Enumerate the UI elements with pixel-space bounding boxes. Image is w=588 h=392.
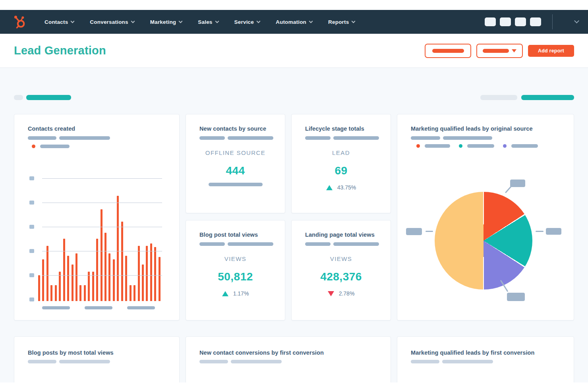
pie-callout-placeholder — [510, 180, 525, 187]
card-subtitle-placeholder — [305, 136, 379, 140]
bar — [84, 285, 86, 301]
legend-dot — [503, 144, 507, 148]
chevron-down-icon — [309, 19, 313, 23]
nav-item-label: Conversations — [90, 19, 128, 25]
chart-legend — [32, 145, 70, 148]
x-axis-label-placeholder — [85, 306, 112, 309]
bar — [150, 243, 152, 301]
bar — [113, 259, 115, 301]
bar — [88, 272, 90, 301]
nav-item-contacts[interactable]: Contacts — [44, 19, 74, 25]
card-mql-by-first-conversion[interactable]: Marketing qualified leads by first conve… — [397, 336, 574, 382]
card-subtitle-placeholder — [199, 136, 273, 140]
nav-icon-placeholder[interactable] — [530, 17, 541, 26]
card-landing-page-total-views[interactable]: Landing page total views VIEWS 428,376 2… — [291, 220, 391, 321]
chevron-down-icon — [257, 19, 261, 23]
gridline — [42, 251, 162, 251]
gridline — [42, 203, 162, 203]
nav-item-label: Automation — [276, 19, 306, 25]
card-blog-post-total-views[interactable]: Blog post total views VIEWS 50,812 1.17% — [186, 220, 285, 321]
bar — [146, 246, 148, 301]
nav-item-label: Service — [234, 19, 254, 25]
filter-chip-placeholder[interactable] — [480, 95, 517, 100]
filter-chip-placeholder[interactable] — [521, 95, 574, 100]
bar — [63, 239, 65, 301]
nav-item-conversations[interactable]: Conversations — [90, 19, 134, 25]
nav-icon-placeholder[interactable] — [515, 17, 526, 26]
report-grid-top: Contacts created New contacts by source … — [14, 114, 574, 321]
dashboard-actions-button[interactable] — [425, 44, 471, 58]
account-chevron-down-icon[interactable] — [574, 18, 579, 23]
bar — [130, 285, 132, 301]
main-nav: ContactsConversationsMarketingSalesServi… — [0, 10, 588, 34]
bar — [79, 285, 81, 301]
legend-dot — [459, 144, 462, 148]
bar — [59, 272, 61, 301]
nav-item-sales[interactable]: Sales — [198, 19, 218, 25]
bar — [46, 246, 48, 301]
metric-value: 69 — [292, 164, 391, 177]
card-contacts-created[interactable]: Contacts created — [14, 114, 180, 321]
pie-chart — [435, 192, 532, 290]
y-axis-tick-placeholder — [29, 201, 34, 205]
delta-value: 43.75% — [337, 184, 356, 191]
delta-arrow-icon — [222, 291, 228, 296]
delta-arrow-icon — [328, 291, 334, 296]
nav-item-automation[interactable]: Automation — [276, 19, 312, 25]
bar — [138, 246, 140, 301]
card-new-contact-conversions[interactable]: New contact conversions by first convers… — [186, 336, 391, 382]
legend-label-placeholder — [511, 144, 538, 148]
bar — [108, 253, 110, 301]
bar — [67, 256, 69, 301]
gridline — [42, 178, 162, 179]
card-title: Marketing qualified leads by first conve… — [411, 350, 535, 356]
dashboard-filter-dropdown[interactable] — [476, 44, 523, 58]
legend-label-placeholder — [425, 144, 450, 148]
nav-item-marketing[interactable]: Marketing — [150, 19, 182, 25]
nav-menu: ContactsConversationsMarketingSalesServi… — [44, 19, 355, 25]
delta-arrow-icon — [326, 185, 333, 190]
x-axis-label-placeholder — [42, 306, 70, 309]
report-grid-bottom: Blog posts by most total views New conta… — [14, 336, 574, 382]
button-label-placeholder — [432, 49, 464, 53]
metric-delta: 43.75% — [292, 184, 391, 191]
contacts-created-plot — [29, 174, 164, 314]
metric-label: OFFLINE SOURCE — [186, 149, 285, 156]
nav-icon-placeholder[interactable] — [500, 17, 511, 26]
card-title: Marketing qualified leads by original so… — [411, 126, 533, 132]
card-new-contacts-by-source[interactable]: New contacts by source OFFLINE SOURCE 44… — [186, 114, 285, 213]
legend-dot — [32, 145, 35, 148]
y-axis-tick-placeholder — [29, 249, 34, 253]
card-title: Blog posts by most total views — [28, 350, 114, 356]
legend-dot — [416, 144, 420, 148]
nav-item-label: Reports — [328, 19, 349, 25]
gridline — [42, 275, 162, 276]
bar — [50, 285, 52, 301]
delta-value: 1.17% — [233, 290, 249, 297]
bar — [117, 196, 119, 301]
pie-callout-placeholder — [546, 228, 561, 235]
caret-down-icon — [512, 49, 516, 52]
filter-chip-placeholder[interactable] — [26, 95, 71, 100]
chevron-down-icon — [215, 19, 219, 23]
card-subtitle-placeholder — [199, 242, 273, 246]
nav-icon-placeholder[interactable] — [485, 17, 496, 26]
metric-value: 428,376 — [292, 270, 391, 283]
nav-item-reports[interactable]: Reports — [328, 19, 355, 25]
legend-label-placeholder — [40, 145, 70, 148]
card-blog-posts-by-most-total-views[interactable]: Blog posts by most total views — [14, 336, 180, 382]
chevron-down-icon — [179, 19, 183, 23]
hubspot-logo-icon[interactable] — [12, 14, 27, 29]
add-report-button[interactable]: Add report — [528, 45, 574, 57]
card-mql-by-original-source[interactable]: Marketing qualified leads by original so… — [397, 114, 574, 321]
pie-callout-placeholder — [406, 228, 422, 235]
bar — [55, 285, 57, 301]
bar — [38, 275, 40, 301]
bar — [72, 265, 74, 301]
y-axis-tick-placeholder — [29, 273, 34, 277]
card-lifecycle-stage-totals[interactable]: Lifecycle stage totals LEAD 69 43.75% — [291, 114, 391, 213]
nav-item-service[interactable]: Service — [234, 19, 260, 25]
filter-toggle-placeholder[interactable] — [14, 95, 23, 100]
filter-row — [14, 95, 574, 100]
bar — [104, 233, 106, 301]
